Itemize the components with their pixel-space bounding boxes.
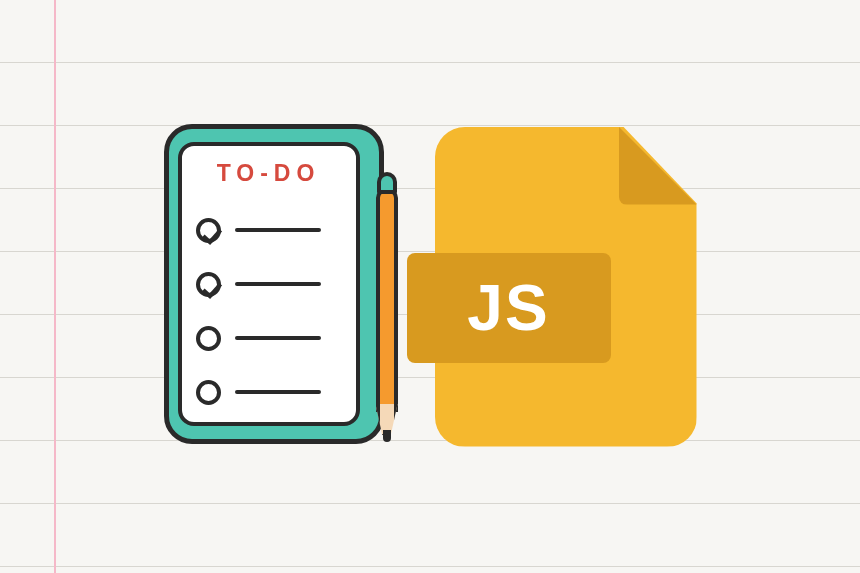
pen-nib xyxy=(383,430,391,442)
pen-body xyxy=(376,188,398,412)
illustration-stage: TO-DO xyxy=(0,0,860,573)
javascript-file-icon: JS xyxy=(435,127,697,447)
pen-cap xyxy=(377,172,397,194)
checkbox-empty-icon xyxy=(196,380,221,405)
checkbox-checked-icon xyxy=(196,218,221,243)
list-item xyxy=(196,311,342,365)
todo-notepad-illustration: TO-DO xyxy=(164,124,399,449)
list-item-placeholder-line xyxy=(235,390,321,394)
pen-icon xyxy=(373,166,403,442)
notepad-sheet: TO-DO xyxy=(178,142,360,426)
checkbox-checked-icon xyxy=(196,272,221,297)
file-extension-text: JS xyxy=(467,271,549,345)
notepad-title: TO-DO xyxy=(196,160,342,187)
checkbox-empty-icon xyxy=(196,326,221,351)
file-label-tag: JS xyxy=(407,253,611,363)
list-item xyxy=(196,257,342,311)
list-item-placeholder-line xyxy=(235,336,321,340)
list-item-placeholder-line xyxy=(235,282,321,286)
list-item xyxy=(196,365,342,419)
list-item-placeholder-line xyxy=(235,228,321,232)
list-item xyxy=(196,203,342,257)
